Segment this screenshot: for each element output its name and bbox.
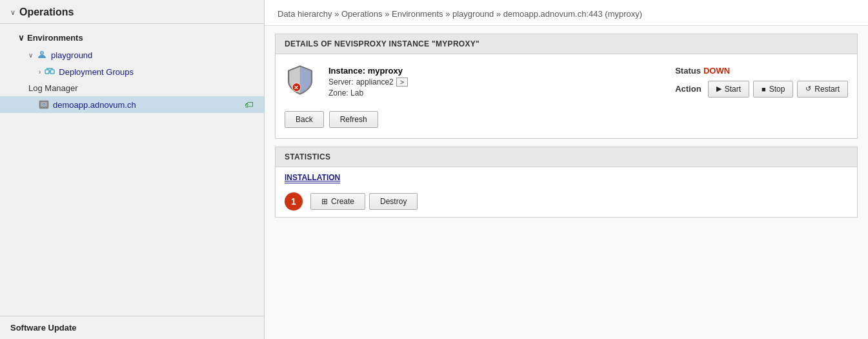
shield-icon: ✕ (285, 65, 316, 96)
sidebar-item-deployment-groups[interactable]: › Deployment Groups (0, 63, 264, 80)
sidebar: ∨ Operations ∨ Environments ∨ playground… (0, 0, 265, 339)
instance-details: Instance: myproxy Server: appliance2 > Z… (328, 66, 408, 98)
status-action-area: Status DOWN Action ▶ Start ■ Stop (675, 66, 848, 98)
stop-icon: ■ (762, 85, 766, 93)
installation-badge: 1 (285, 192, 303, 211)
status-value: DOWN (703, 66, 730, 76)
stop-button[interactable]: ■ Stop (753, 81, 793, 98)
sidebar-body: ∨ Environments ∨ playground › (0, 24, 264, 316)
breadcrumb: Data hierarchy » Operations » Environmen… (265, 0, 868, 26)
deployment-groups-label: Deployment Groups (59, 67, 134, 77)
action-row: Action ▶ Start ■ Stop ↺ Resta (675, 81, 848, 98)
svg-text:✕: ✕ (294, 85, 299, 91)
instance-name: Instance: myproxy (328, 66, 408, 76)
destroy-label: Destroy (380, 197, 407, 206)
action-label: Action (675, 84, 701, 94)
installation-body: 1 ⊞ Create Destroy (276, 186, 857, 217)
main-content: Data hierarchy » Operations » Environmen… (265, 0, 868, 339)
proxy-icon (39, 99, 49, 110)
environments-section: ∨ Environments (0, 29, 264, 46)
sidebar-item-demoapp[interactable]: demoapp.adnovum.ch 🏷 (0, 96, 264, 113)
environments-chevron[interactable]: ∨ (18, 33, 25, 43)
sidebar-item-playground[interactable]: ∨ playground (0, 46, 264, 63)
restart-label: Restart (814, 85, 840, 94)
restart-icon: ↺ (805, 85, 811, 93)
create-label: Create (331, 197, 354, 206)
status-label: Status (675, 66, 701, 76)
playground-chevron: ∨ (28, 52, 33, 59)
navigation-buttons: Back Refresh (285, 107, 848, 128)
svg-point-6 (43, 104, 45, 105)
collapse-icon[interactable]: ∨ (10, 8, 15, 17)
stop-label: Stop (769, 85, 785, 94)
sidebar-title: Operations (19, 6, 74, 18)
instance-zone: Zone: Lab (328, 88, 408, 98)
environments-label: Environments (27, 33, 83, 43)
destroy-button[interactable]: Destroy (369, 193, 418, 210)
start-button[interactable]: ▶ Start (708, 81, 749, 98)
deployment-chevron: › (39, 68, 41, 76)
sidebar-item-log-manager[interactable]: Log Manager (0, 80, 264, 96)
instance-icon-wrapper: ✕ (285, 65, 318, 98)
svg-rect-1 (45, 70, 49, 74)
zone-value: Lab (350, 88, 363, 98)
software-update-section[interactable]: Software Update (0, 316, 264, 339)
statistics-header: STATISTICS (276, 147, 857, 167)
details-body: ✕ Instance: myproxy Server: appliance2 > (276, 54, 857, 138)
create-destroy-buttons: ⊞ Create Destroy (310, 193, 418, 210)
svg-rect-2 (50, 70, 54, 74)
deployment-icon (45, 67, 55, 77)
installation-header: INSTALLATION (276, 167, 857, 186)
start-label: Start (725, 85, 741, 94)
installation-title: INSTALLATION (285, 173, 340, 183)
instance-server: Server: appliance2 > (328, 77, 408, 87)
create-button[interactable]: ⊞ Create (310, 193, 365, 210)
sidebar-header: ∨ Operations (0, 0, 264, 24)
log-manager-label: Log Manager (28, 83, 78, 93)
server-label: Server: (328, 77, 354, 87)
refresh-button[interactable]: Refresh (329, 111, 378, 128)
software-update-label: Software Update (10, 323, 77, 333)
restart-button[interactable]: ↺ Restart (797, 81, 848, 98)
create-icon: ⊞ (321, 197, 328, 206)
server-value: appliance2 (356, 77, 394, 87)
playground-label: playground (51, 50, 92, 60)
server-link-button[interactable]: > (396, 77, 408, 87)
back-button[interactable]: Back (285, 111, 324, 128)
instance-row: ✕ Instance: myproxy Server: appliance2 > (285, 65, 848, 98)
statistics-section: STATISTICS INSTALLATION 1 ⊞ Create Destr… (275, 147, 858, 218)
play-icon: ▶ (716, 85, 722, 93)
env-icon (37, 50, 47, 60)
status-row: Status DOWN (675, 66, 730, 76)
content-area: DETAILS OF NEVISPROXY INSTANCE "MYPROXY" (265, 26, 868, 339)
details-section: DETAILS OF NEVISPROXY INSTANCE "MYPROXY" (275, 34, 858, 139)
details-header: DETAILS OF NEVISPROXY INSTANCE "MYPROXY" (276, 34, 857, 54)
tag-icon: 🏷 (245, 99, 254, 110)
zone-label: Zone: (328, 88, 348, 98)
breadcrumb-text: Data hierarchy » Operations » Environmen… (278, 9, 642, 19)
demoapp-label: demoapp.adnovum.ch (53, 100, 136, 110)
